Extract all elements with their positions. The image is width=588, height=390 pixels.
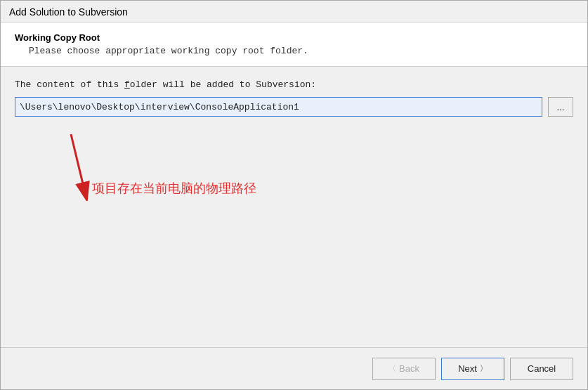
annotation-area: 项目存在当前电脑的物理路径 bbox=[15, 124, 573, 250]
annotation-text: 项目存在当前电脑的物理路径 bbox=[92, 180, 256, 197]
header-title: Working Copy Root bbox=[15, 32, 573, 43]
chevron-right-icon: 〉 bbox=[480, 363, 488, 374]
footer: 〈 Back Next 〉 Cancel bbox=[1, 347, 587, 389]
next-button[interactable]: Next 〉 bbox=[441, 358, 504, 380]
main-content: The content of this folder will be added… bbox=[1, 67, 587, 347]
input-row: ... bbox=[15, 97, 573, 117]
title-bar: Add Solution to Subversion bbox=[1, 1, 587, 22]
cancel-button-label: Cancel bbox=[528, 363, 556, 374]
folder-label-text: The content of this folder will be added… bbox=[15, 79, 316, 90]
folder-path-input[interactable] bbox=[15, 97, 542, 117]
browse-button[interactable]: ... bbox=[548, 97, 573, 117]
back-button[interactable]: 〈 Back bbox=[372, 358, 436, 380]
dialog-title: Add Solution to Subversion bbox=[9, 6, 128, 18]
header-section: Working Copy Root Please choose appropri… bbox=[1, 22, 587, 67]
back-button-label: Back bbox=[399, 363, 419, 374]
folder-label: The content of this folder will be added… bbox=[15, 79, 573, 90]
cancel-button[interactable]: Cancel bbox=[510, 358, 573, 380]
next-button-label: Next bbox=[458, 363, 477, 374]
svg-line-1 bbox=[71, 134, 85, 193]
browse-button-label: ... bbox=[557, 102, 565, 112]
dialog: Add Solution to Subversion Working Copy … bbox=[0, 0, 588, 390]
chevron-left-icon: 〈 bbox=[388, 363, 396, 374]
header-subtitle: Please choose appropriate working copy r… bbox=[15, 46, 573, 56]
